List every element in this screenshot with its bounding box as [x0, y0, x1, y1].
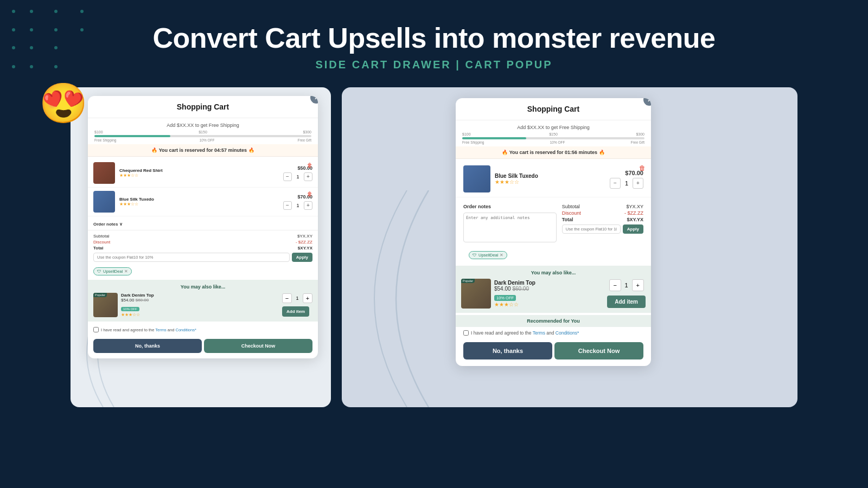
curve-decor-right	[342, 190, 450, 407]
right-popular-badge: Popular	[461, 279, 475, 283]
right-upsell-qty: 1	[623, 282, 630, 288]
right-coupon-input[interactable]	[562, 224, 621, 234]
left-checkout-button[interactable]: Checkout Now	[204, 339, 312, 353]
shield-icon: 🛡	[97, 269, 101, 274]
right-label-10off: 10% OFF	[550, 140, 565, 144]
right-upsell-plus-btn[interactable]: +	[632, 279, 644, 291]
page-title: Convert Cart Upsells into monster revenu…	[0, 22, 868, 54]
right-terms-link[interactable]: Terms	[533, 330, 545, 336]
discount-row: Discount - $ZZ.ZZ	[93, 240, 312, 245]
right-milestones: $100 $150 $300	[462, 132, 644, 136]
page-subtitle: SIDE CART DRAWER | CART POPUP	[0, 59, 868, 71]
item-2-name: Blue Silk Tuxedo	[119, 197, 279, 202]
right-checkout-button[interactable]: Checkout Now	[554, 342, 643, 359]
item-2-minus-btn[interactable]: −	[283, 201, 292, 210]
left-milestones: $100 $150 $300	[94, 130, 311, 134]
left-terms-text: I have read and agreed to the Terms and …	[101, 328, 196, 332]
right-cart-item-1: 🗑 Blue Silk Tuxedo ★★★☆☆ $70.00 − 1 +	[456, 161, 651, 197]
label-free-shipping: Free Shipping	[94, 138, 116, 142]
right-label-free-gift: Free Gift	[631, 140, 644, 144]
delete-item-2-icon[interactable]: 🗑	[307, 191, 312, 197]
label-10off: 10% OFF	[200, 138, 215, 142]
right-discount-label: Discount	[562, 210, 581, 216]
discount-label: Discount	[93, 240, 110, 245]
item-1-minus-btn[interactable]: −	[283, 172, 292, 181]
left-terms-link[interactable]: Terms	[155, 328, 166, 332]
popular-badge: Popular	[93, 293, 107, 297]
right-subtotal-val: $YX.XY	[626, 204, 643, 209]
item-2-qty: 1	[294, 203, 302, 208]
item-2-image	[93, 191, 115, 213]
right-conditions-link[interactable]: Conditions*	[556, 330, 579, 336]
right-upsell-minus-btn[interactable]: −	[609, 279, 621, 291]
right-no-thanks-button[interactable]: No, thanks	[463, 342, 552, 359]
right-upsell-tag-close[interactable]: ✕	[500, 253, 503, 258]
discount-val: - $ZZ.ZZ	[296, 240, 312, 245]
upsell-plus-btn[interactable]: +	[303, 293, 312, 303]
right-discount-row: Discount - $ZZ.ZZ	[562, 210, 643, 216]
right-order-notes-container: Order notes	[463, 204, 557, 245]
upsell-right-controls: − 1 + Add item	[282, 293, 312, 317]
right-recommended-title: Recommended for You	[461, 318, 646, 324]
right-total-label: Total	[562, 217, 573, 222]
item-1-stars: ★★★☆☆	[119, 173, 279, 178]
coupon-row: Apply	[93, 253, 312, 262]
chevron-icon: ∨	[119, 222, 123, 227]
right-timer: 🔥 You cart is reserved for 01:56 minutes…	[456, 146, 651, 159]
left-upsell-section: You may also like... Popular Dark Denim …	[88, 280, 318, 322]
upsell-tag-close[interactable]: ✕	[124, 269, 128, 274]
right-order-notes-label: Order notes	[463, 204, 557, 209]
item-1-plus-btn[interactable]: +	[304, 172, 312, 181]
upsell-item-info: Dark Denim Top $54.00 $60.00 10% OFF ★★★…	[121, 293, 279, 317]
add-item-button[interactable]: Add item	[282, 306, 309, 317]
coupon-apply-button[interactable]: Apply	[292, 253, 312, 262]
right-coupon-apply-button[interactable]: Apply	[623, 224, 643, 234]
item-2-stars: ★★★☆☆	[119, 202, 279, 207]
right-upsell-price: $54.00	[494, 286, 512, 292]
right-order-notes-input[interactable]	[463, 213, 557, 242]
right-upsell-tag-label: UpsellDeal	[478, 253, 498, 258]
total-label: Total	[93, 246, 104, 251]
right-total-row: Total $XY.YX	[562, 217, 643, 222]
left-cart-container: ✕ Shopping Cart Add $XX.XX to get Free S…	[71, 87, 331, 367]
subtotal-val: $YX.XY	[297, 234, 312, 239]
left-footer-buttons: No, thanks Checkout Now	[88, 336, 318, 358]
upsell-deal-tag: 🛡 UpsellDeal ✕	[88, 265, 318, 278]
right-add-item-button[interactable]: Add item	[607, 296, 646, 308]
right-upsell-discount-badge: 10% OFF	[494, 295, 516, 301]
right-terms-checkbox[interactable]	[463, 330, 469, 336]
right-item-1-plus-btn[interactable]: +	[633, 178, 643, 189]
left-terms-checkbox[interactable]	[93, 327, 99, 332]
right-notes-pricing-row: Order notes Subtotal $YX.XY Discount - $…	[456, 200, 651, 249]
left-order-notes-label: Order notes ∨	[93, 222, 312, 227]
right-upsell-item-image: Popular	[461, 279, 491, 309]
subtotal-label: Subtotal	[93, 234, 109, 239]
item-1-info: Chequered Red Shirt ★★★☆☆	[119, 168, 279, 178]
upsell-tag-label: UpsellDeal	[103, 269, 123, 274]
coupon-input[interactable]	[93, 253, 290, 262]
right-coupon-row: Apply	[562, 224, 643, 234]
left-conditions-link[interactable]: Conditions*	[175, 328, 196, 332]
delete-item-1-icon[interactable]: 🗑	[307, 162, 312, 168]
right-discount-val: - $ZZ.ZZ	[624, 210, 643, 216]
right-delete-item-1-icon[interactable]: 🗑	[639, 164, 646, 172]
right-terms-row: I have read and agreed to the Terms and …	[456, 327, 651, 339]
right-upsell-section: You may also like... Popular Dark Denim …	[456, 266, 651, 313]
right-milestone-labels: Free Shipping 10% OFF Free Gift	[462, 140, 644, 144]
upsell-orig-price: $60.00	[136, 298, 149, 303]
right-item-1-image	[463, 165, 490, 192]
right-item-1-minus-btn[interactable]: −	[610, 178, 621, 189]
left-no-thanks-button[interactable]: No, thanks	[93, 339, 202, 353]
item-2-plus-btn[interactable]: +	[304, 201, 312, 210]
left-upsell-title: You may also like...	[93, 284, 312, 290]
right-milestone-3: $300	[636, 132, 644, 136]
upsell-item-name: Dark Denim Top	[121, 293, 279, 298]
right-item-1-stars: ★★★☆☆	[495, 179, 605, 185]
left-milestone-labels: Free Shipping 10% OFF Free Gift	[94, 138, 311, 142]
left-terms-row: I have read and agreed to the Terms and …	[88, 324, 318, 336]
left-panel: ✕ Shopping Cart Add $XX.XX to get Free S…	[71, 87, 331, 407]
right-subtotal-row: Subtotal $YX.XY	[562, 204, 643, 209]
upsell-minus-btn[interactable]: −	[282, 293, 292, 303]
upsell-price: $54.00	[121, 298, 136, 303]
left-upsell-item: Popular Dark Denim Top $54.00 $60.00 10%…	[93, 293, 312, 317]
